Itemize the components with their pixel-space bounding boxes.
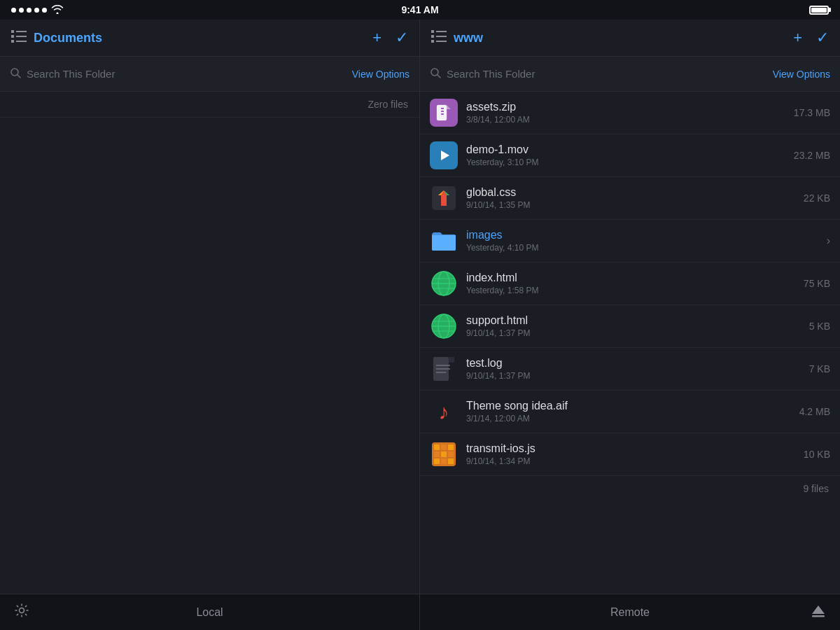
right-list-icon: [431, 30, 447, 46]
right-search-icon: [430, 67, 441, 81]
dot2: [19, 8, 24, 13]
left-panel-title: Documents: [34, 31, 372, 46]
file-name: test.log: [466, 357, 801, 370]
file-info: Theme song idea.aif 3/1/14, 12:00 AM: [466, 400, 791, 424]
file-icon-html: [430, 312, 458, 340]
dot4: [34, 8, 39, 13]
battery-icon: [809, 6, 829, 15]
svg-rect-2: [11, 40, 14, 43]
left-search-bar: Search This Folder View Options: [0, 57, 419, 92]
status-time: 9:41 AM: [401, 4, 438, 15]
status-bar: 9:41 AM: [0, 0, 840, 20]
bottom-bar: Local Remote: [0, 594, 840, 630]
svg-rect-41: [449, 357, 454, 363]
file-date: 9/10/14, 1:35 PM: [466, 200, 795, 210]
file-name: index.html: [466, 272, 795, 284]
svg-rect-55: [448, 458, 454, 464]
svg-rect-50: [434, 451, 440, 457]
file-icon-html: [430, 270, 458, 298]
wifi-icon: [51, 4, 64, 16]
svg-rect-6: [431, 30, 434, 33]
right-check-button[interactable]: ✓: [816, 29, 829, 47]
left-view-options-button[interactable]: View Options: [352, 69, 410, 80]
svg-rect-21: [441, 113, 444, 115]
list-item[interactable]: support.html 9/10/14, 1:37 PM 5 KB: [420, 305, 840, 348]
right-search-placeholder[interactable]: Search This Folder: [447, 68, 767, 80]
list-item[interactable]: index.html Yesterday, 1:58 PM 75 KB: [420, 262, 840, 305]
svg-rect-52: [448, 451, 454, 457]
file-size: 17.3 MB: [794, 107, 830, 118]
svg-rect-20: [441, 111, 444, 112]
svg-marker-17: [447, 105, 451, 109]
svg-rect-0: [11, 30, 14, 33]
file-icon-aif: ♪: [430, 398, 458, 426]
list-item[interactable]: images Yesterday, 4:10 PM ›: [420, 220, 840, 262]
svg-rect-16: [437, 105, 447, 120]
file-icon-folder: [430, 227, 458, 255]
file-size: 23.2 MB: [794, 150, 830, 161]
file-size: 7 KB: [809, 363, 830, 374]
list-item[interactable]: assets.zip 3/8/14, 12:00 AM 17.3 MB: [420, 92, 840, 134]
svg-point-56: [20, 608, 24, 613]
right-add-button[interactable]: +: [793, 29, 802, 47]
list-item[interactable]: global.css 9/10/14, 1:35 PM 22 KB: [420, 177, 840, 220]
svg-rect-4: [16, 36, 27, 37]
main-container: Search This Folder View Options Zero fil…: [0, 57, 840, 630]
svg-rect-10: [436, 36, 447, 37]
right-search-bar: Search This Folder View Options: [420, 57, 840, 92]
file-count: 9 files: [420, 476, 840, 501]
signal-dots: [11, 8, 47, 13]
left-file-list: Zero files: [0, 92, 419, 630]
bottom-left-panel: Local: [0, 594, 420, 630]
svg-rect-51: [441, 451, 447, 457]
svg-rect-8: [431, 40, 434, 43]
file-icon-zip: [430, 99, 458, 127]
dot3: [27, 8, 31, 13]
file-info: assets.zip 3/8/14, 12:00 AM: [466, 101, 785, 125]
chevron-right-icon: ›: [827, 234, 830, 247]
battery-fill: [811, 8, 827, 13]
eject-icon[interactable]: [811, 603, 826, 622]
svg-rect-48: [441, 444, 447, 450]
svg-rect-53: [434, 458, 440, 464]
left-check-button[interactable]: ✓: [396, 29, 408, 47]
file-name: demo-1.mov: [466, 144, 785, 156]
file-info: demo-1.mov Yesterday, 3:10 PM: [466, 144, 785, 167]
file-date: 9/10/14, 1:37 PM: [466, 328, 801, 338]
list-item[interactable]: ♪ Theme song idea.aif 3/1/14, 12:00 AM 4…: [420, 391, 840, 433]
gear-icon[interactable]: [14, 603, 29, 622]
local-label: Local: [196, 606, 223, 619]
file-info: test.log 9/10/14, 1:37 PM: [466, 357, 801, 381]
left-list-icon: [11, 30, 27, 46]
file-name: Theme song idea.aif: [466, 400, 791, 412]
file-info: transmit-ios.js 9/10/14, 1:34 PM: [466, 442, 795, 466]
left-search-placeholder[interactable]: Search This Folder: [27, 68, 346, 80]
right-panel-title: www: [454, 31, 793, 46]
left-search-icon: [10, 67, 21, 81]
left-add-button[interactable]: +: [372, 29, 382, 47]
list-item[interactable]: transmit-ios.js 9/10/14, 1:34 PM 10 KB: [420, 433, 840, 476]
svg-line-13: [18, 75, 20, 78]
file-icon-js: [430, 440, 458, 468]
file-icon-css: [430, 184, 458, 212]
list-item[interactable]: test.log 9/10/14, 1:37 PM 7 KB: [420, 348, 840, 391]
file-name: transmit-ios.js: [466, 442, 795, 455]
remote-label: Remote: [610, 606, 650, 619]
right-file-list: assets.zip 3/8/14, 12:00 AM 17.3 MB demo…: [420, 92, 840, 630]
file-size: 22 KB: [804, 192, 830, 204]
file-name: support.html: [466, 314, 801, 327]
file-info: images Yesterday, 4:10 PM: [466, 229, 818, 253]
svg-rect-9: [436, 31, 447, 32]
file-info: index.html Yesterday, 1:58 PM: [466, 272, 795, 295]
svg-line-15: [438, 75, 440, 78]
file-name: images: [466, 229, 818, 241]
left-empty-message: Zero files: [0, 92, 419, 118]
right-view-options-button[interactable]: View Options: [773, 69, 830, 80]
right-nav-actions: + ✓: [793, 29, 829, 47]
svg-marker-22: [441, 150, 449, 160]
file-date: Yesterday, 4:10 PM: [466, 243, 818, 253]
file-icon-log: [430, 355, 458, 383]
file-info: global.css 9/10/14, 1:35 PM: [466, 186, 795, 210]
svg-rect-7: [431, 35, 434, 38]
list-item[interactable]: demo-1.mov Yesterday, 3:10 PM 23.2 MB: [420, 134, 840, 177]
